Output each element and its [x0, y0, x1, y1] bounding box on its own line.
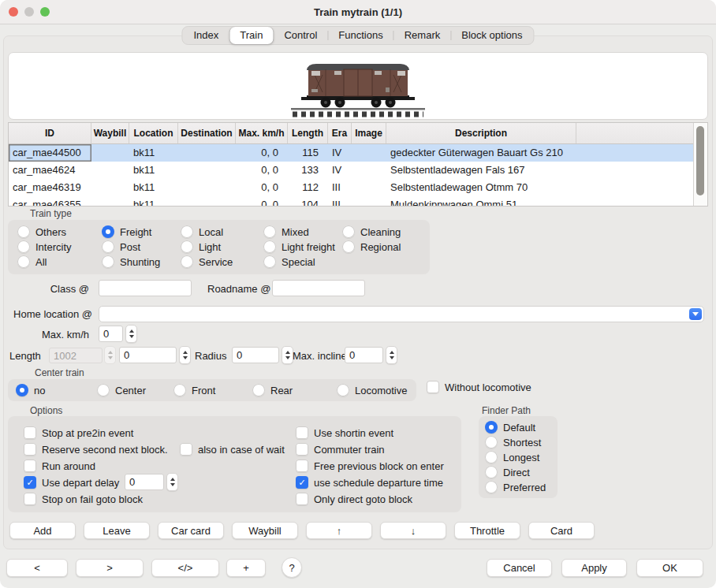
radio-light[interactable]: Light	[181, 240, 221, 253]
radio-special[interactable]: Special	[263, 255, 315, 268]
card-button[interactable]: Card	[528, 522, 595, 539]
throttle-button[interactable]: Throttle	[454, 522, 520, 539]
column-header-description[interactable]: Description	[386, 123, 576, 143]
table-row[interactable]: car_mae44500 bk11 0, 0 115 IV gedeckter …	[9, 144, 693, 162]
max-incline-stepper[interactable]	[386, 346, 397, 364]
apply-button[interactable]: Apply	[561, 559, 627, 577]
length-stepper[interactable]	[179, 346, 191, 364]
column-header-era[interactable]: Era	[328, 123, 352, 143]
radius-input[interactable]	[232, 347, 279, 363]
depart-delay-input[interactable]	[125, 474, 164, 490]
checkbox-stop-pre2in[interactable]: Stop at pre2in event	[24, 426, 133, 439]
xml-button[interactable]: </>	[151, 559, 219, 577]
tab-block-options[interactable]: Block options	[451, 27, 532, 44]
roadname-input[interactable]	[272, 280, 365, 296]
radio-post[interactable]: Post	[102, 240, 140, 253]
cancel-button[interactable]: Cancel	[487, 559, 552, 577]
checkbox-commuter-train[interactable]: Commuter train	[296, 443, 385, 456]
radio-icon	[181, 240, 193, 253]
help-button[interactable]: ?	[282, 557, 302, 578]
home-location-combobox[interactable]	[99, 306, 704, 322]
radio-center-center[interactable]: Center	[97, 384, 146, 396]
ok-button[interactable]: OK	[636, 559, 703, 577]
move-down-button[interactable]: ↓	[380, 522, 446, 539]
train-type-legend: Train type	[30, 208, 72, 219]
radio-icon	[485, 466, 498, 478]
radius-label: Radius	[195, 350, 226, 362]
column-header-id[interactable]: ID	[9, 123, 91, 143]
radio-finder-shortest[interactable]: Shortest	[485, 436, 541, 448]
tab-train[interactable]: Train	[229, 27, 273, 44]
table-row[interactable]: car_mae4624 bk11 0, 0 133 IV Selbstentla…	[9, 162, 693, 179]
length-input[interactable]	[119, 347, 177, 363]
checkbox-without-locomotive[interactable]: Without locomotive	[427, 381, 531, 393]
radio-finder-preferred[interactable]: Preferred	[485, 481, 546, 493]
class-input[interactable]	[99, 280, 192, 296]
add-new-button[interactable]: +	[226, 559, 266, 577]
column-header-destination[interactable]: Destination	[178, 123, 236, 143]
max-kmh-input[interactable]	[99, 326, 123, 342]
radio-label: Rear	[270, 385, 293, 396]
radio-center-rear[interactable]: Rear	[252, 384, 293, 396]
radio-all[interactable]: All	[17, 255, 47, 268]
radius-stepper[interactable]	[282, 346, 293, 364]
checkbox-free-previous-block[interactable]: Free previous block on enter	[296, 460, 444, 472]
checkbox-reserve-second[interactable]: Reserve second next block.	[24, 443, 168, 456]
column-header-location[interactable]: Location	[129, 123, 178, 143]
radio-mixed[interactable]: Mixed	[263, 225, 309, 238]
next-button[interactable]: >	[76, 559, 144, 577]
waybill-button[interactable]: Waybill	[232, 522, 298, 539]
prev-button[interactable]: <	[6, 559, 68, 577]
checkbox-stop-on-fail[interactable]: Stop on fail goto block	[24, 493, 143, 505]
table-scrollbar[interactable]	[693, 123, 707, 206]
radio-finder-direct[interactable]: Direct	[485, 466, 530, 478]
radio-light-freight[interactable]: Light freight	[263, 240, 335, 253]
tab-functions[interactable]: Functions	[328, 27, 393, 44]
add-button[interactable]: Add	[9, 522, 76, 539]
column-header-image[interactable]: Image	[352, 123, 386, 143]
radio-center-front[interactable]: Front	[173, 384, 215, 396]
table-row[interactable]: car_mae46355 bk11 0, 0 104 III Muldenkip…	[9, 196, 693, 206]
tab-remark[interactable]: Remark	[394, 27, 451, 44]
column-header-length[interactable]: Length	[288, 123, 328, 143]
car-card-button[interactable]: Car card	[158, 522, 224, 539]
radio-label: Default	[503, 422, 535, 434]
radio-label: Direct	[503, 467, 530, 478]
radio-regional[interactable]: Regional	[342, 240, 401, 253]
scrollbar-thumb[interactable]	[696, 126, 704, 195]
tab-control[interactable]: Control	[274, 27, 327, 44]
radio-local[interactable]: Local	[181, 225, 223, 238]
depart-delay-stepper[interactable]	[166, 473, 178, 491]
radio-icon	[181, 225, 193, 238]
checkbox-use-shortin[interactable]: Use shortin event	[296, 426, 393, 439]
radio-cleaning[interactable]: Cleaning	[342, 225, 401, 238]
tab-index[interactable]: Index	[183, 27, 229, 44]
radio-others[interactable]: Others	[17, 225, 66, 238]
radio-shunting[interactable]: Shunting	[102, 255, 160, 268]
checkbox-also-in-case-of-wait[interactable]: also in case of wait	[180, 443, 285, 456]
checkbox-only-direct-goto[interactable]: Only direct goto block	[296, 493, 412, 505]
checkbox-icon	[24, 443, 36, 456]
radio-finder-longest[interactable]: Longest	[485, 451, 539, 463]
column-header-waybill[interactable]: Waybill	[91, 123, 129, 143]
cell-description: gedeckter Güterwagen Bauart Gs 210	[386, 144, 576, 162]
move-up-button[interactable]: ↑	[306, 522, 372, 539]
radio-service[interactable]: Service	[181, 255, 233, 268]
chevron-down-icon[interactable]	[689, 308, 702, 320]
radio-finder-default[interactable]: Default	[485, 421, 535, 434]
max-kmh-stepper[interactable]	[125, 325, 137, 343]
checkbox-run-around[interactable]: Run around	[24, 460, 95, 472]
checkbox-label: Use shortin event	[314, 427, 393, 439]
checkbox-label: also in case of wait	[198, 444, 285, 456]
max-incline-input[interactable]	[345, 347, 383, 363]
radio-center-locomotive[interactable]: Locomotive	[337, 384, 407, 396]
checkbox-use-depart-delay[interactable]: Use depart delay	[24, 476, 119, 489]
cell-length: 133	[288, 162, 328, 179]
radio-intercity[interactable]: Intercity	[17, 240, 72, 253]
leave-button[interactable]: Leave	[84, 522, 150, 539]
column-header-max-kmh[interactable]: Max. km/h	[236, 123, 288, 143]
checkbox-use-schedule-departure[interactable]: use schedule departure time	[296, 476, 443, 489]
radio-freight[interactable]: Freight	[102, 225, 151, 238]
radio-center-no[interactable]: no	[16, 384, 45, 396]
table-row[interactable]: car_mae46319 bk11 0, 0 112 III Selbstent…	[9, 179, 693, 196]
